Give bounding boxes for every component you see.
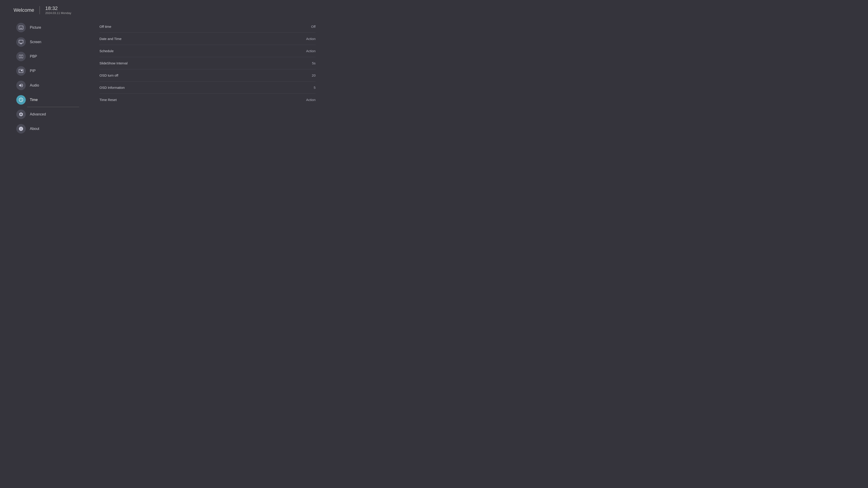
advanced-icon (16, 109, 26, 119)
sidebar-item-audio[interactable]: Audio (13, 78, 81, 92)
sidebar-label-audio: Audio (30, 84, 39, 88)
sidebar-label-pbp: PBP (30, 55, 37, 59)
sidebar-item-about[interactable]: About (13, 122, 81, 136)
sidebar-item-picture[interactable]: Picture (13, 21, 81, 35)
sidebar-label-screen: Screen (30, 40, 41, 44)
content-row-label: Schedule (99, 49, 114, 53)
content-row-value: 20 (312, 73, 315, 77)
sidebar-item-screen[interactable]: Screen (13, 35, 81, 49)
audio-icon (16, 80, 26, 90)
content-row-value: Action (306, 49, 315, 53)
content-row-value: 5 (314, 86, 315, 90)
picture-icon (16, 23, 26, 32)
sidebar-item-time[interactable]: Time (13, 93, 81, 107)
sidebar-label-pip: PIP (30, 69, 36, 73)
sidebar: PictureScreenPBPPIPAudioTimeAdvancedAbou… (13, 18, 81, 184)
sidebar-item-advanced[interactable]: Advanced (13, 107, 81, 121)
header-date: 2024.03.11 Monday (45, 11, 71, 15)
content-row[interactable]: Off timeOff (99, 21, 315, 33)
sidebar-label-time: Time (30, 98, 38, 102)
header-divider (39, 6, 40, 14)
content-row-label: SlideShow Interval (99, 61, 127, 65)
time-icon (16, 95, 26, 105)
sidebar-label-about: About (30, 127, 39, 131)
content-row-label: Date and Time (99, 37, 122, 41)
content-row-value: 5s (312, 61, 315, 65)
content-row[interactable]: OSD turn off20 (99, 69, 315, 82)
content-row[interactable]: SlideShow Interval5s (99, 57, 315, 69)
about-icon (16, 124, 26, 133)
sidebar-label-advanced: Advanced (30, 112, 46, 116)
content-row-label: Off time (99, 25, 111, 29)
content-row-label: OSD turn off (99, 73, 118, 77)
content-row[interactable]: Time ResetAction (99, 94, 315, 106)
header: Welcome 18:32 2024.03.11 Monday (0, 0, 329, 18)
pbp-icon (16, 52, 26, 61)
header-time-block: 18:32 2024.03.11 Monday (45, 5, 71, 15)
content-row-value: Action (306, 37, 315, 41)
screen-icon (16, 37, 26, 47)
content-row[interactable]: Date and TimeAction (99, 33, 315, 45)
main-layout: PictureScreenPBPPIPAudioTimeAdvancedAbou… (0, 18, 329, 184)
welcome-label: Welcome (13, 7, 34, 13)
content-row-value: Action (306, 98, 315, 102)
sidebar-item-pbp[interactable]: PBP (13, 50, 81, 64)
sidebar-label-picture: Picture (30, 26, 41, 30)
content-row-label: OSD Information (99, 86, 125, 90)
content-row-value: Off (311, 25, 315, 29)
content-row[interactable]: ScheduleAction (99, 45, 315, 57)
pip-icon (16, 66, 26, 76)
header-time: 18:32 (45, 5, 71, 11)
content-row-label: Time Reset (99, 98, 117, 102)
content-area: Off timeOffDate and TimeActionScheduleAc… (81, 18, 329, 184)
content-row[interactable]: OSD Information5 (99, 82, 315, 94)
sidebar-item-pip[interactable]: PIP (13, 64, 81, 78)
